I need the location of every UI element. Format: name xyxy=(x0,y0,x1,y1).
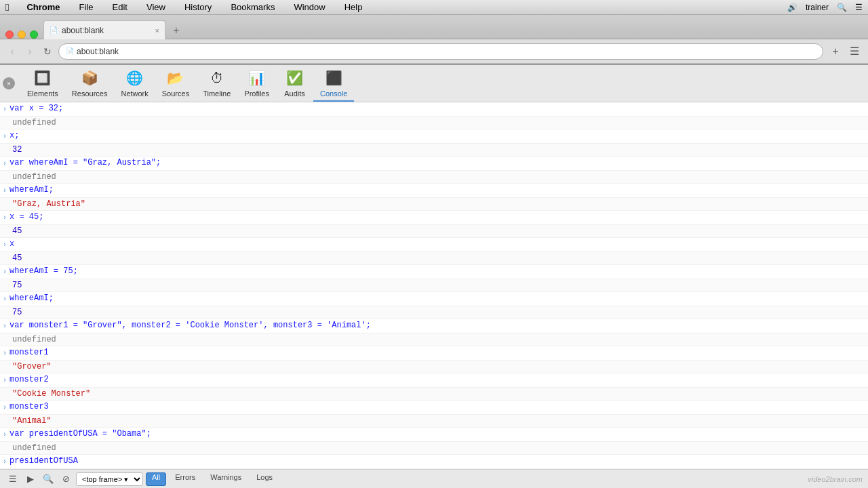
menu-history[interactable]: History xyxy=(180,1,216,13)
tab-sources[interactable]: 📂 Sources xyxy=(155,65,196,102)
close-tab-button[interactable]: × xyxy=(155,26,159,35)
console-row: undefined xyxy=(0,117,868,129)
address-bar: ‹ › ↻ 📄 about:blank + ☰ xyxy=(0,39,868,64)
sources-icon: 📂 xyxy=(165,68,186,88)
console-expand-arrow[interactable]: › xyxy=(3,213,7,224)
console-row: 45 xyxy=(0,225,868,238)
browser-tab[interactable]: 📄 about:blank × xyxy=(43,20,165,39)
console-input-text: x xyxy=(9,239,14,249)
console-row: "Cookie Monster" xyxy=(0,388,868,401)
console-row: ›monster3 xyxy=(0,401,868,415)
console-row: ›x = 45; xyxy=(0,211,868,225)
tab-favicon-icon: 📄 xyxy=(50,26,58,34)
address-right-buttons: + ☰ xyxy=(827,43,863,60)
add-tab-button[interactable]: + xyxy=(827,43,844,60)
console-row: ›whereAmI; xyxy=(0,184,868,198)
tab-audits[interactable]: ✅ Audits xyxy=(276,65,313,102)
console-expand-arrow[interactable]: › xyxy=(3,457,7,468)
new-tab-button[interactable]: + xyxy=(168,22,184,39)
console-expand-arrow[interactable]: › xyxy=(3,375,7,386)
filter-logs-button[interactable]: Logs xyxy=(250,472,279,486)
console-expand-arrow[interactable]: › xyxy=(3,240,7,251)
filter-errors-button[interactable]: Errors xyxy=(169,472,201,486)
console-input-text: monster2 xyxy=(9,374,49,385)
tab-profiles[interactable]: 📊 Profiles xyxy=(237,65,276,102)
tab-network[interactable]: 🌐 Network xyxy=(114,65,155,102)
run-snippet-button[interactable]: ▶ xyxy=(23,472,38,487)
timeline-tab-label: Timeline xyxy=(203,89,231,98)
back-button[interactable]: ‹ xyxy=(5,45,19,58)
console-row: ›var presidentOfUSA = "Obama"; xyxy=(0,428,868,442)
console-input-text: var x = 32; xyxy=(9,103,63,114)
maximize-window-button[interactable] xyxy=(30,30,38,39)
watermark: video2brain.com xyxy=(808,475,863,483)
menu-help[interactable]: Help xyxy=(340,1,367,13)
console-output-text: 32 xyxy=(12,144,22,155)
console-input-text: var presidentOfUSA = "Obama"; xyxy=(9,428,151,439)
tab-console[interactable]: ⬛ Console xyxy=(313,65,354,102)
tab-title: about:blank xyxy=(62,26,151,35)
forward-button[interactable]: › xyxy=(23,45,37,58)
console-row: ›whereAmI = 75; xyxy=(0,265,868,279)
console-expand-arrow[interactable]: › xyxy=(3,104,7,115)
console-row: ›var whereAmI = "Graz, Austria"; xyxy=(0,157,868,171)
sources-tab-label: Sources xyxy=(162,89,189,98)
menu-icon[interactable]: ☰ xyxy=(855,3,863,12)
close-window-button[interactable] xyxy=(5,30,14,39)
console-row: "Graz, Austria" xyxy=(0,198,868,211)
frame-selector[interactable]: <top frame> ▾ xyxy=(76,472,143,486)
console-row: "Animal" xyxy=(0,415,868,428)
console-row: 45 xyxy=(0,252,868,265)
chrome-menu-button[interactable]: ☰ xyxy=(846,43,863,60)
search-console-button[interactable]: 🔍 xyxy=(41,472,56,487)
menu-view[interactable]: View xyxy=(142,1,170,13)
refresh-button[interactable]: ↻ xyxy=(41,45,54,58)
menu-bar:  Chrome File Edit View History Bookmark… xyxy=(0,0,868,15)
console-expand-arrow[interactable]: › xyxy=(3,131,7,142)
filter-warnings-button[interactable]: Warnings xyxy=(204,472,248,486)
console-expand-arrow[interactable]: › xyxy=(3,430,7,441)
menu-chrome[interactable]: Chrome xyxy=(22,1,64,13)
resources-icon: 📦 xyxy=(79,68,100,88)
console-row: "Grover" xyxy=(0,361,868,373)
console-input-text: presidentOfUSA xyxy=(9,455,78,466)
console-output-text: "Graz, Austria" xyxy=(12,199,85,209)
menu-edit[interactable]: Edit xyxy=(108,1,132,13)
console-drawer-button[interactable]: ☰ xyxy=(5,472,20,487)
url-bar[interactable]: 📄 about:blank xyxy=(58,43,823,60)
console-output-text: "Grover" xyxy=(12,361,52,372)
menu-right-icons: 🔊 trainer 🔍 ☰ xyxy=(787,3,863,12)
network-icon: 🌐 xyxy=(125,68,145,88)
minimize-window-button[interactable] xyxy=(18,30,26,39)
console-row: 75 xyxy=(0,306,868,319)
console-expand-arrow[interactable]: › xyxy=(3,294,7,305)
tab-elements[interactable]: 🔲 Elements xyxy=(20,65,65,102)
username-label: trainer xyxy=(806,3,829,12)
console-input-text: monster3 xyxy=(9,401,49,412)
devtools-toolbar: × 🔲 Elements 📦 Resources 🌐 Network 📂 Sou… xyxy=(0,65,868,102)
menu-bookmarks[interactable]: Bookmarks xyxy=(226,1,279,13)
profiles-icon: 📊 xyxy=(247,68,267,88)
console-row: ›var x = 32; xyxy=(0,102,868,117)
console-expand-arrow[interactable]: › xyxy=(3,348,7,359)
menu-window[interactable]: Window xyxy=(290,1,329,13)
console-expand-arrow[interactable]: › xyxy=(3,159,7,169)
filter-all-button[interactable]: All xyxy=(146,472,166,486)
apple-logo-icon[interactable]:  xyxy=(5,1,9,13)
search-icon[interactable]: 🔍 xyxy=(837,3,847,12)
console-input-text: var whereAmI = "Graz, Austria"; xyxy=(9,157,161,168)
console-expand-arrow[interactable]: › xyxy=(3,267,7,278)
menu-file[interactable]: File xyxy=(75,1,98,13)
profiles-tab-label: Profiles xyxy=(244,89,269,98)
console-output-text: 75 xyxy=(12,307,22,318)
console-row: ›var monster1 = "Grover", monster2 = 'Co… xyxy=(0,319,868,333)
console-expand-arrow[interactable]: › xyxy=(3,321,7,332)
tab-resources[interactable]: 📦 Resources xyxy=(65,65,115,102)
console-tab-label: Console xyxy=(320,89,347,98)
block-button[interactable]: ⊘ xyxy=(58,472,73,487)
console-expand-arrow[interactable]: › xyxy=(3,403,7,413)
close-devtools-button[interactable]: × xyxy=(3,77,15,89)
tab-timeline[interactable]: ⏱ Timeline xyxy=(196,65,237,102)
console-expand-arrow[interactable]: › xyxy=(3,186,7,197)
console-output[interactable]: ›var x = 32;undefined›x;32›var whereAmI … xyxy=(0,102,868,469)
